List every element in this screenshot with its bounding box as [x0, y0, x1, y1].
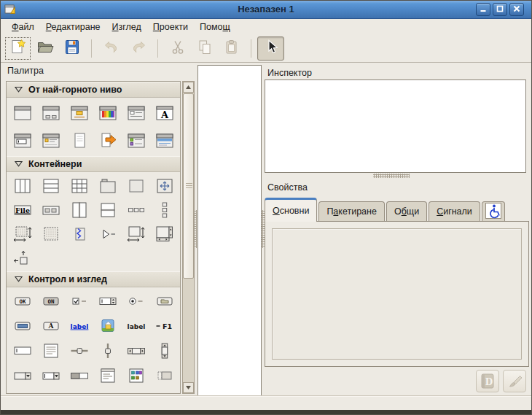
- horizontal-separator-palette-item[interactable]: [8, 388, 36, 394]
- tab-common[interactable]: Общи: [386, 201, 427, 221]
- spin-button-palette-item[interactable]: [93, 289, 122, 314]
- vertical-scale-palette-item[interactable]: [93, 338, 122, 363]
- menu-help[interactable]: Помощ: [194, 20, 236, 34]
- font-selection-dialog-palette-item[interactable]: A: [150, 99, 179, 127]
- redo-tool-button[interactable]: [125, 36, 152, 61]
- cut-tool-button[interactable]: [164, 36, 191, 61]
- color-button-palette-item[interactable]: [8, 314, 36, 338]
- combo-box-entry-palette-item[interactable]: [36, 363, 65, 388]
- vertical-separator-palette-item[interactable]: [65, 388, 93, 394]
- vertical-box-palette-item[interactable]: [36, 174, 65, 198]
- toggle-button-palette-item[interactable]: ON: [36, 289, 65, 314]
- file-chooser-button-palette-item[interactable]: [150, 289, 179, 314]
- text-entry-palette-item[interactable]: [8, 338, 36, 363]
- save-tool-button[interactable]: [58, 36, 85, 61]
- horizontal-scrollbar-palette-item[interactable]: [122, 338, 150, 363]
- vertical-button-box-palette-item[interactable]: [150, 198, 179, 222]
- input-dialog-palette-item[interactable]: [8, 127, 36, 155]
- toolbar-palette-item[interactable]: [36, 198, 65, 222]
- menu-edit[interactable]: Редактиране: [40, 20, 106, 34]
- table-palette-item[interactable]: [65, 174, 93, 198]
- status-bar: [0, 395, 532, 410]
- svg-text:D: D: [485, 377, 493, 387]
- handle-box-palette-item[interactable]: [65, 222, 93, 246]
- vertical-scrollbar-palette-item[interactable]: [150, 338, 179, 363]
- palette-section-header-3[interactable]: Контрол и изглед: [7, 271, 180, 287]
- tab-packing[interactable]: Пакетиране: [318, 201, 385, 221]
- scroll-up-button[interactable]: [183, 82, 194, 93]
- scrollbar-thumb[interactable]: [183, 93, 194, 279]
- menu-view[interactable]: Изглед: [106, 20, 147, 34]
- scroll-down-button[interactable]: [183, 382, 194, 393]
- horizontal-button-box-palette-item[interactable]: [122, 198, 150, 222]
- info-dialog-palette-item[interactable]: [36, 127, 65, 155]
- icon-view-palette-item[interactable]: [122, 363, 150, 388]
- menu-projects[interactable]: Проекти: [147, 20, 194, 34]
- radio-button-palette-item[interactable]: [122, 289, 150, 314]
- recent-chooser-dialog-palette-item[interactable]: [122, 127, 150, 155]
- documentation-button[interactable]: D: [476, 370, 499, 392]
- selector-tool-button[interactable]: [257, 36, 284, 61]
- tab-general[interactable]: Основни: [265, 198, 317, 222]
- font-button-palette-item[interactable]: A: [36, 314, 65, 338]
- window-palette-item[interactable]: [8, 99, 36, 127]
- check-button-palette-item[interactable]: [65, 289, 93, 314]
- tab-accessibility[interactable]: [482, 201, 505, 221]
- palette-section-header-2[interactable]: Контейнери: [7, 156, 180, 172]
- inspector-resize-handle[interactable]: [373, 174, 410, 178]
- progress-bar-palette-item[interactable]: [65, 363, 93, 388]
- palette-section-header-1[interactable]: От най-горното ниво: [7, 82, 180, 98]
- close-button[interactable]: [509, 3, 524, 16]
- reset-properties-button[interactable]: [503, 370, 526, 392]
- image-palette-item[interactable]: [93, 314, 122, 338]
- tab-signals[interactable]: Сигнали: [429, 201, 480, 221]
- inspector-tree[interactable]: [265, 79, 526, 173]
- open-tool-button[interactable]: [31, 36, 58, 61]
- menu-bar-palette-item[interactable]: File: [8, 198, 36, 222]
- horizontal-panes-palette-item[interactable]: [65, 198, 93, 222]
- fixed-palette-item[interactable]: [150, 174, 179, 198]
- message-dialog-palette-item[interactable]: [65, 99, 93, 127]
- maximize-button[interactable]: [493, 3, 507, 16]
- scrolled-window-palette-item[interactable]: [122, 222, 150, 246]
- file-chooser-dialog-palette-item[interactable]: [122, 99, 150, 127]
- color-selection-dialog-palette-item[interactable]: [93, 99, 122, 127]
- viewport-palette-item[interactable]: [150, 222, 179, 246]
- menu-file[interactable]: Файл: [6, 20, 40, 34]
- label-palette-item[interactable]: label: [122, 314, 150, 338]
- svg-text:A: A: [160, 109, 168, 120]
- maximize-icon: [496, 4, 504, 15]
- copy-tool-button[interactable]: [191, 36, 218, 61]
- cell-view-palette-item[interactable]: [150, 363, 179, 388]
- paste-tool-button[interactable]: [218, 36, 245, 61]
- notebook-palette-item[interactable]: [93, 174, 122, 198]
- assistant-palette-item[interactable]: [150, 127, 179, 155]
- horizontal-box-palette-item[interactable]: [8, 174, 36, 198]
- file-chooser-widget-palette-item[interactable]: [93, 127, 122, 155]
- drawing-area-palette-item[interactable]: [36, 222, 65, 246]
- about-dialog-palette-item[interactable]: [65, 127, 93, 155]
- new-icon: [9, 38, 28, 59]
- vertical-panes-palette-item[interactable]: [93, 198, 122, 222]
- design-canvas[interactable]: [197, 65, 262, 400]
- window-title: Незапазен 1: [0, 0, 532, 19]
- dialog-palette-item[interactable]: [36, 99, 65, 127]
- alignment-palette-item[interactable]: [8, 246, 36, 270]
- frame-palette-item[interactable]: [122, 174, 150, 198]
- undo-tool-button[interactable]: [98, 36, 125, 61]
- pane-resize-handle-left[interactable]: [193, 210, 197, 248]
- link-button-palette-item[interactable]: label: [65, 314, 93, 338]
- horizontal-scale-palette-item[interactable]: [65, 338, 93, 363]
- new-tool-button[interactable]: [4, 36, 31, 61]
- title-bar[interactable]: Незапазен 1: [0, 0, 532, 19]
- layout-palette-item[interactable]: [8, 222, 36, 246]
- text-view-palette-item[interactable]: [36, 338, 65, 363]
- expander-palette-item[interactable]: [93, 222, 122, 246]
- statusbar-palette-item[interactable]: [36, 388, 65, 394]
- button-palette-item[interactable]: OK: [8, 289, 36, 314]
- minimize-button[interactable]: [476, 3, 490, 16]
- combo-box-palette-item[interactable]: [8, 363, 36, 388]
- accel-label-palette-item[interactable]: F1: [150, 314, 179, 338]
- tree-view-palette-item[interactable]: [93, 363, 122, 388]
- svg-text:A: A: [47, 322, 54, 330]
